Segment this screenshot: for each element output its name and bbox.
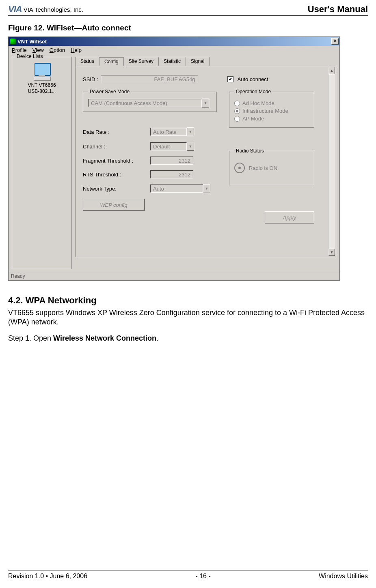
power-save-select[interactable]: CAM (Continuous Access Mode) bbox=[88, 99, 202, 107]
titlebar: VNT Wifiset ✕ bbox=[9, 37, 339, 46]
page-header: VIA VIA Technologies, Inc. User's Manual bbox=[8, 4, 368, 16]
chevron-down-icon[interactable]: ▼ bbox=[202, 99, 209, 107]
chevron-down-icon[interactable]: ▼ bbox=[203, 184, 210, 193]
menu-profile[interactable]: Profile bbox=[12, 47, 27, 53]
adhoc-radio[interactable]: Ad Hoc Mode bbox=[234, 100, 309, 106]
ap-mode-radio[interactable]: AP Mode bbox=[234, 116, 309, 122]
chevron-down-icon[interactable]: ▼ bbox=[187, 142, 194, 151]
menu-option[interactable]: Option bbox=[50, 47, 65, 53]
frag-label: Fragment Threshold : bbox=[83, 158, 148, 164]
figure-title: Figure 12. WiFiset—Auto connect bbox=[8, 24, 368, 32]
rts-label: RTS Threshold : bbox=[83, 172, 148, 178]
logo-block: VIA VIA Technologies, Inc. bbox=[8, 4, 83, 15]
device-item[interactable]: VNT VT6656 USB-802.1... bbox=[15, 63, 68, 94]
config-tab-body: ▲ ▼ SSID : FAE_BUF AG54g ✔ Auto connect bbox=[75, 66, 336, 257]
tab-site-survey[interactable]: Site Survey bbox=[123, 57, 159, 66]
data-rate-label: Data Rate : bbox=[83, 129, 148, 135]
close-button[interactable]: ✕ bbox=[331, 38, 339, 45]
tab-signal[interactable]: Signal bbox=[186, 57, 210, 66]
data-rate-select[interactable]: Auto Rate bbox=[150, 128, 187, 136]
network-type-select[interactable]: Auto bbox=[150, 185, 203, 193]
channel-select[interactable]: Default bbox=[150, 142, 187, 150]
tab-status[interactable]: Status bbox=[75, 57, 99, 66]
radio-status-text: Radio is ON bbox=[249, 165, 277, 171]
operation-mode-legend: Operation Mode bbox=[234, 89, 272, 94]
scroll-down-arrow[interactable]: ▼ bbox=[328, 249, 335, 256]
via-logo: VIA bbox=[8, 4, 22, 15]
manual-title: User's Manual bbox=[308, 4, 368, 15]
section-heading: 4.2. WPA Networking bbox=[8, 295, 368, 306]
menu-view[interactable]: View bbox=[32, 47, 44, 53]
radio-status-legend: Radio Status bbox=[234, 148, 266, 154]
tab-row: Status Config Site Survey Statistic Sign… bbox=[75, 57, 336, 66]
tab-config[interactable]: Config bbox=[99, 57, 124, 66]
scroll-up-arrow[interactable]: ▲ bbox=[328, 67, 335, 74]
chevron-down-icon[interactable]: ▼ bbox=[187, 127, 194, 136]
apply-button[interactable]: Apply bbox=[265, 211, 314, 223]
ssid-field[interactable]: FAE_BUF AG54g bbox=[101, 75, 198, 83]
radio-on-icon bbox=[234, 163, 245, 173]
status-text: Ready bbox=[11, 273, 25, 279]
footer-right: Windows Utilities bbox=[319, 573, 368, 580]
window-title: VNT Wifiset bbox=[17, 39, 47, 45]
rts-field[interactable]: 2312 bbox=[150, 170, 193, 178]
operation-mode-group: Operation Mode Ad Hoc Mode Infrastructur… bbox=[229, 89, 314, 128]
app-icon bbox=[10, 39, 16, 44]
auto-connect-label: Auto connect bbox=[238, 76, 268, 82]
device-name-line1: VNT VT6656 bbox=[15, 82, 68, 88]
device-name-line2: USB-802.1... bbox=[15, 88, 68, 94]
network-type-label: Network Type: bbox=[83, 186, 148, 192]
radio-status-group: Radio Status Radio is ON bbox=[229, 148, 314, 185]
frag-field[interactable]: 2312 bbox=[150, 157, 193, 165]
section-paragraph-2: Step 1. Open Wireless Network Connection… bbox=[8, 334, 368, 343]
section-paragraph-1: VT6655 supports Windows XP Wireless Zero… bbox=[8, 308, 368, 327]
power-save-legend: Power Save Mode bbox=[88, 89, 131, 94]
channel-label: Channel : bbox=[83, 144, 148, 150]
computer-icon bbox=[32, 63, 52, 81]
tab-statistic[interactable]: Statistic bbox=[158, 57, 186, 66]
infrastructure-radio[interactable]: Infrastructure Mode bbox=[234, 108, 309, 114]
page-footer: Revision 1.0 • June 6, 2006 - 16 - Windo… bbox=[8, 571, 368, 580]
company-name: VIA Technologies, Inc. bbox=[24, 6, 83, 13]
device-lists-group: Device Lists VNT VT6656 USB-802.1... bbox=[12, 57, 72, 269]
menu-help[interactable]: Help bbox=[71, 47, 82, 53]
auto-connect-checkbox[interactable]: ✔ bbox=[227, 76, 233, 82]
wep-config-button[interactable]: WEP config bbox=[83, 199, 145, 211]
ssid-label: SSID : bbox=[83, 76, 98, 82]
power-save-group: Power Save Mode CAM (Continuous Access M… bbox=[83, 89, 217, 112]
footer-center: - 16 - bbox=[195, 573, 210, 580]
wifiset-window: VNT Wifiset ✕ Profile View Option Help D… bbox=[8, 36, 340, 281]
menubar: Profile View Option Help bbox=[9, 46, 339, 54]
statusbar: Ready bbox=[9, 272, 339, 280]
footer-left: Revision 1.0 • June 6, 2006 bbox=[8, 573, 87, 580]
vertical-scrollbar[interactable]: ▲ ▼ bbox=[328, 67, 335, 256]
device-lists-label: Device Lists bbox=[15, 54, 44, 59]
